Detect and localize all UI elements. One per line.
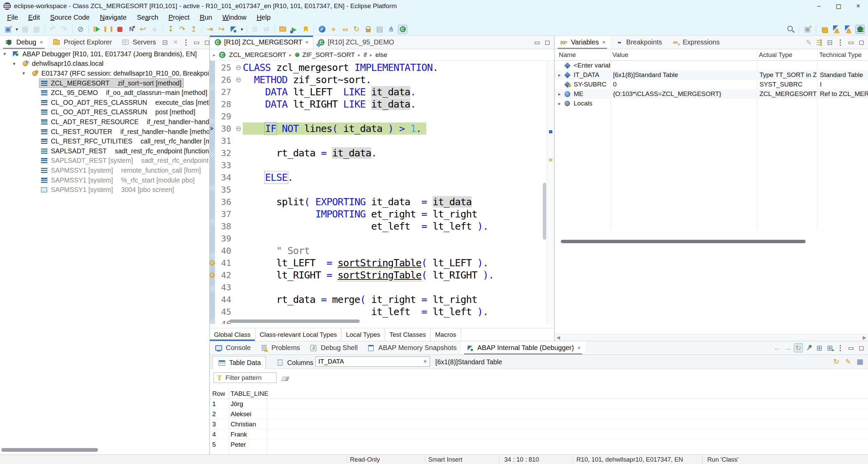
table-row[interactable]: 4Frank xyxy=(210,429,868,440)
mass-activate-icon[interactable] xyxy=(340,25,350,34)
stack-tree-row[interactable]: CL_OO_ADT_RES_CLASSRUNpost [method] xyxy=(0,108,209,117)
table-row[interactable]: 1Jörg xyxy=(210,399,868,409)
tree-chevron-icon[interactable]: ▾ xyxy=(13,61,20,67)
search-icon[interactable] xyxy=(786,25,795,34)
tab-servers[interactable]: Servers xyxy=(116,36,160,49)
menu-edit[interactable]: Edit xyxy=(23,12,45,23)
tab--r10-zcl-95-demo[interactable]: [R10] ZCL_95_DEMO xyxy=(313,36,399,49)
tab-problems[interactable]: Problems xyxy=(255,341,304,354)
clear-variable-icon[interactable]: × xyxy=(421,358,430,365)
minimize-icon[interactable] xyxy=(532,38,541,47)
check-syntax-icon[interactable] xyxy=(317,25,327,34)
maximize-icon[interactable] xyxy=(857,343,866,352)
open-abap-object-icon[interactable] xyxy=(278,25,287,34)
use-step-filters-icon[interactable] xyxy=(150,25,159,34)
menu-project[interactable]: Project xyxy=(163,12,195,23)
new-wizard-icon[interactable] xyxy=(3,25,13,34)
stack-tree-row[interactable]: CL_ADT_REST_RESOURCEif_rest_handler~hand… xyxy=(0,117,209,127)
subtab-columns[interactable]: Columns xyxy=(271,356,318,369)
overview-marker-breakpoint[interactable] xyxy=(549,130,552,133)
save-all-icon[interactable] xyxy=(32,25,41,34)
menu-search[interactable]: Search xyxy=(132,12,163,23)
column-header[interactable]: Value xyxy=(612,51,628,59)
menu-navigate[interactable]: Navigate xyxy=(95,12,132,23)
breadcrumb-item[interactable]: if xyxy=(363,51,367,59)
menu-window[interactable]: Window xyxy=(217,12,252,23)
breadcrumb-item[interactable]: ZCL_MERGESORT xyxy=(229,51,287,59)
right-sash[interactable] xyxy=(554,36,555,341)
maximize-icon[interactable] xyxy=(857,38,866,47)
fold-toggle-icon[interactable]: ⊖ xyxy=(234,76,243,84)
new-view-run-icon[interactable] xyxy=(825,343,834,352)
view-menu-icon[interactable] xyxy=(836,343,845,352)
scroll-right-icon[interactable]: ▶ xyxy=(863,335,866,340)
stack-tree-row[interactable]: SAPLSADT_REST [system]sadt_rest_rfc_endp… xyxy=(0,156,209,166)
show-logical-structure-icon[interactable] xyxy=(804,38,813,47)
variable-row[interactable]: <Enter variable> xyxy=(555,61,868,70)
subtab-table-data[interactable]: Table Data xyxy=(212,356,266,369)
column-header[interactable]: Actual Type xyxy=(759,51,792,59)
variable-row[interactable]: ▸ME{O:103*\CLASS=ZCL_MERGESORT}ZCL_MERGE… xyxy=(555,89,868,99)
edit-table-icon[interactable] xyxy=(844,357,853,366)
variable-row[interactable]: ▸Locals xyxy=(555,99,868,108)
overview-marker-warning[interactable] xyxy=(549,158,552,161)
eraser-icon[interactable] xyxy=(281,374,290,383)
menu-help[interactable]: Help xyxy=(252,12,276,23)
maximize-button[interactable]: ◻ xyxy=(829,0,848,12)
abap-debugger-menu-icon[interactable] xyxy=(229,25,238,34)
run-abap-object-icon[interactable] xyxy=(290,25,299,34)
fold-toggle-icon[interactable]: ⊖ xyxy=(234,63,243,72)
variable-row[interactable]: SY-SUBRC0SYST_SUBRCI xyxy=(555,80,868,89)
redo-icon[interactable] xyxy=(60,25,69,34)
page-tab-test-classes[interactable]: Test Classes xyxy=(385,328,431,341)
page-tab-local-types[interactable]: Local Types xyxy=(341,328,385,341)
jump-to-position-icon[interactable] xyxy=(217,25,226,34)
resume-icon[interactable] xyxy=(92,25,101,34)
fold-toggle-icon[interactable]: ⊖ xyxy=(234,124,243,133)
tab-debug[interactable]: Debug× xyxy=(0,36,47,49)
menu-run[interactable]: Run xyxy=(195,12,217,23)
tab-variables[interactable]: Variables× xyxy=(555,36,610,49)
tab-project-explorer[interactable]: Project Explorer xyxy=(47,36,116,49)
add-favorite-icon[interactable] xyxy=(301,25,310,34)
collapse-all-icon[interactable] xyxy=(825,38,834,47)
variables-horizontal-scrollbar[interactable] xyxy=(561,240,806,243)
stack-tree-row[interactable]: SAPMSSY1 [system]%_rfc_start [module pbo… xyxy=(0,175,209,185)
page-tab-macros[interactable]: Macros xyxy=(431,328,461,341)
filter-pattern-input[interactable] xyxy=(225,374,265,382)
minimize-button[interactable]: – xyxy=(809,0,829,12)
tab-console[interactable]: Console xyxy=(210,341,255,354)
open-perspective-icon[interactable] xyxy=(803,25,812,34)
stack-tree-row[interactable]: ▾ABAP Debugger [R10, 101, E017347 (Joerg… xyxy=(0,49,209,59)
stack-tree-row[interactable]: CL_REST_RFC_UTILITIEScall_rest_rfc_handl… xyxy=(0,136,209,146)
link-with-editor-icon[interactable] xyxy=(262,25,271,34)
minimize-icon[interactable] xyxy=(192,38,201,47)
stack-tree-row[interactable]: SAPMSSY1 [system]remote_function_call [f… xyxy=(0,166,209,175)
table-row[interactable]: 5Peter xyxy=(210,440,868,450)
tab-breakpoints[interactable]: Breakpoints xyxy=(610,36,667,49)
layout-tree-icon[interactable] xyxy=(815,38,824,47)
stack-tree-row[interactable]: ZCL_95_DEMOif_oo_adt_classrun~main [meth… xyxy=(0,88,209,98)
drop-to-frame-icon[interactable] xyxy=(138,25,147,34)
stack-tree-row[interactable]: ▾dehwllsapr10.claas.local xyxy=(0,59,209,69)
share-link-icon[interactable] xyxy=(387,25,396,34)
tree-chevron-icon[interactable]: ▾ xyxy=(22,70,30,76)
tab-abap-memory-snapshots[interactable]: ABAP Memory Snapshots xyxy=(362,341,461,354)
refresh-object-icon[interactable] xyxy=(352,25,361,34)
disconnect-icon[interactable] xyxy=(127,25,136,34)
detail-pane-scrollbar[interactable]: ◀ ▶ xyxy=(555,334,868,341)
java-perspective-icon[interactable] xyxy=(820,25,829,34)
column-header[interactable]: Name xyxy=(559,51,576,59)
scroll-left-icon[interactable]: ◀ xyxy=(556,335,560,340)
refresh-table-icon[interactable] xyxy=(832,357,841,366)
remove-terminated-icon[interactable] xyxy=(171,38,180,47)
maximize-icon[interactable] xyxy=(543,38,552,47)
minimize-icon[interactable] xyxy=(846,343,855,352)
close-icon[interactable]: × xyxy=(602,39,606,46)
variable-name-input[interactable] xyxy=(316,358,421,365)
suspend-icon[interactable] xyxy=(104,25,113,34)
close-icon[interactable]: × xyxy=(40,39,43,46)
stack-tree-row[interactable]: SAPLSADT_RESTsadt_rest_rfc_endpoint [fun… xyxy=(0,146,209,156)
save-icon[interactable] xyxy=(20,25,29,34)
tab-debug-shell[interactable]: Debug Shell xyxy=(304,341,362,354)
